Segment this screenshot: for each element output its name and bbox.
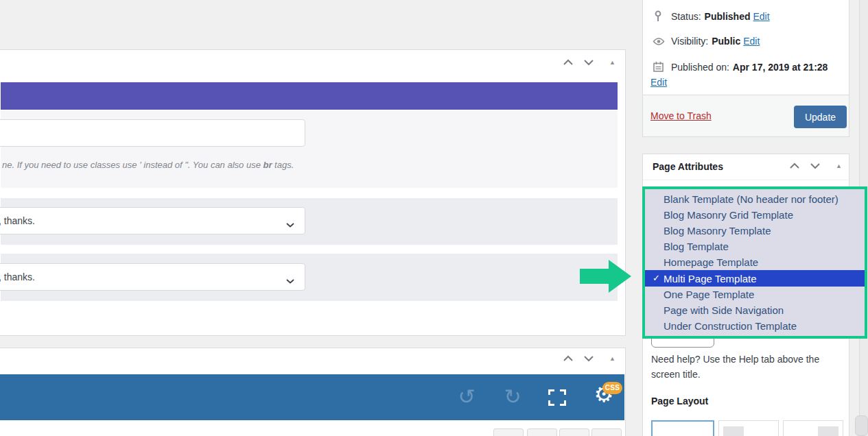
purple-header-bar [1, 82, 618, 110]
annotation-arrow [580, 269, 609, 284]
visibility-row: Visibility: Public Edit [653, 36, 760, 47]
metabox-controls: ▲ [789, 162, 842, 169]
redo-icon[interactable]: ↻ [502, 384, 523, 410]
page-attributes-header[interactable]: Page Attributes ▲ [643, 154, 849, 180]
collapse-toggle-icon[interactable]: ▲ [836, 163, 842, 169]
visibility-label: Visibility: [671, 36, 708, 47]
template-option-label: Blog Template [664, 241, 729, 252]
metabox-lower: ▲ ↺ ↻ ⚙ CSS [0, 348, 626, 436]
metabox-controls: ▲ [563, 355, 615, 362]
page-layout-option-left-sidebar[interactable] [718, 420, 779, 436]
page-attributes-title: Page Attributes [653, 161, 723, 172]
template-option-label: Multi Page Template [664, 273, 757, 284]
select-2-value: , thanks. [0, 271, 35, 282]
published-edit-link[interactable]: Edit [650, 77, 667, 88]
css-badge: CSS [602, 382, 622, 394]
template-option[interactable]: Blog Masonry Template [645, 223, 865, 239]
select-dropdown-2[interactable]: , thanks. [0, 263, 305, 291]
published-on-row: Published on: Apr 17, 2019 at 21:28 [653, 61, 830, 73]
visibility-edit-link[interactable]: Edit [743, 36, 760, 47]
sidebar-left-block [723, 426, 744, 436]
template-option[interactable]: Homepage Template [645, 254, 865, 270]
checkmark-icon: ✓ [653, 273, 660, 283]
move-up-icon[interactable] [563, 59, 574, 66]
helper-text: ne. If you need to use classes use ' ins… [2, 160, 294, 170]
help-text: Need help? Use the Help tab above the sc… [651, 352, 839, 382]
annotation-arrow-head [609, 260, 631, 293]
field-section-2: , thanks. [1, 198, 618, 245]
move-up-icon[interactable] [563, 355, 574, 362]
template-dropdown-list: Blank Template (No header nor footer)Blo… [642, 186, 867, 339]
page-layout-option-right-sidebar[interactable] [783, 420, 843, 436]
template-option[interactable]: Page with Side Navigation [645, 302, 865, 318]
select-dropdown-1[interactable]: , thanks. [0, 207, 305, 234]
template-option[interactable]: One Page Template [645, 287, 865, 302]
template-option[interactable]: Blog Masonry Grid Template [645, 207, 865, 223]
field-section-1: ne. If you need to use classes use ' ins… [1, 110, 618, 188]
select-1-value: , thanks. [0, 215, 35, 226]
status-value: Published [705, 11, 751, 22]
metabox-upper: ▲ ne. If you need to use classes use ' i… [0, 49, 626, 336]
move-down-icon[interactable] [583, 59, 594, 66]
template-option[interactable]: ✓Multi Page Template [645, 270, 865, 286]
template-option[interactable]: Blank Template (No header nor footer) [645, 191, 865, 207]
editor-mini-button-3[interactable] [559, 428, 589, 436]
page-layout-label: Page Layout [651, 396, 708, 407]
update-button[interactable]: Update [794, 106, 847, 128]
collapse-toggle-icon[interactable]: ▲ [609, 60, 615, 66]
publishing-actions: Move to Trash Update [643, 95, 849, 136]
wordpress-page-editor: ▲ ne. If you need to use classes use ' i… [0, 0, 868, 436]
chevron-down-icon [285, 275, 295, 286]
field-section-3: , thanks. [1, 254, 618, 301]
editor-mini-button-1[interactable] [493, 428, 524, 436]
publish-metabox: Status: Published Edit Visibility: Publi… [642, 0, 849, 137]
editor-toolbar: ↺ ↻ ⚙ [0, 374, 624, 420]
template-option-label: One Page Template [664, 289, 754, 300]
move-down-icon[interactable] [583, 355, 594, 362]
visibility-value: Public [712, 36, 740, 47]
chevron-down-icon [285, 219, 295, 230]
move-to-trash-link[interactable]: Move to Trash [650, 110, 712, 121]
editor-mini-button-4[interactable] [591, 428, 622, 436]
collapse-toggle-icon[interactable]: ▲ [609, 356, 615, 362]
calendar-icon [653, 61, 671, 73]
scrollbar-thumb[interactable] [855, 415, 868, 436]
text-input[interactable] [0, 119, 305, 147]
fullscreen-icon[interactable] [548, 389, 566, 406]
template-option-label: Blog Masonry Template [664, 225, 771, 237]
move-up-icon[interactable] [789, 162, 800, 169]
status-edit-link[interactable]: Edit [753, 11, 770, 22]
eye-icon [653, 37, 671, 46]
published-on-label: Published on: [671, 62, 729, 73]
pin-icon [653, 10, 671, 22]
sidebar-right-block [818, 426, 838, 436]
status-label: Status: [671, 11, 701, 22]
move-down-icon[interactable] [810, 162, 821, 169]
metabox-controls: ▲ [563, 59, 615, 66]
template-option-label: Page with Side Navigation [664, 304, 784, 316]
template-option[interactable]: Blog Template [645, 239, 865, 254]
editor-mini-button-2[interactable] [527, 428, 557, 436]
template-option-label: Blog Masonry Grid Template [664, 209, 793, 221]
status-row: Status: Published Edit [653, 10, 770, 22]
template-option-label: Blank Template (No header nor footer) [664, 193, 838, 205]
template-option[interactable]: Under Construction Template [645, 318, 865, 334]
template-option-label: Homepage Template [664, 256, 758, 268]
published-on-value: Apr 17, 2019 at 21:28 [733, 62, 828, 73]
undo-icon[interactable]: ↺ [456, 384, 477, 410]
page-layout-option-default[interactable] [651, 420, 714, 436]
template-option-label: Under Construction Template [664, 320, 797, 332]
